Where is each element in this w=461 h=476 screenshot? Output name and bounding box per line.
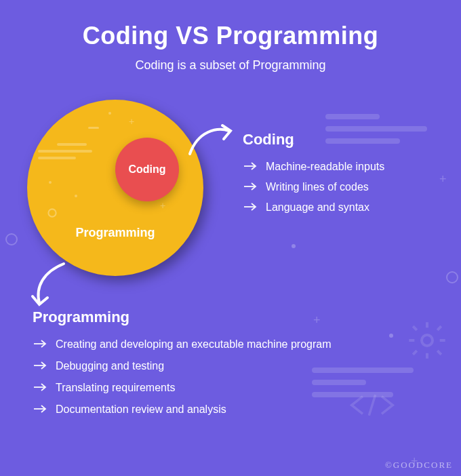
list-item-text: Debugging and testing — [56, 360, 164, 372]
arrow-bullet-icon — [33, 360, 47, 372]
arrow-bullet-icon — [243, 201, 258, 214]
arrow-down-icon — [26, 260, 75, 314]
coding-section: Coding Machine-readable inputs Writing l… — [243, 131, 384, 222]
list-item: Writing lines of codes — [243, 181, 384, 193]
list-item: Machine-readable inputs — [243, 161, 384, 173]
list-item-text: Translating requirements — [56, 382, 175, 394]
programming-list: Creating and developing an executable ma… — [33, 338, 461, 416]
inner-circle-coding: Coding — [115, 138, 179, 201]
watermark: ©GOODCORE — [385, 460, 453, 471]
arrow-bullet-icon — [243, 181, 258, 193]
outer-circle-label: Programming — [75, 226, 155, 240]
list-item: Translating requirements — [33, 382, 461, 394]
coding-list: Machine-readable inputs Writing lines of… — [243, 161, 384, 214]
list-item: Creating and developing an executable ma… — [33, 338, 461, 351]
list-item: Documentation review and analysis — [33, 403, 461, 416]
programming-heading: Programming — [33, 309, 461, 326]
programming-section: Programming Creating and developing an e… — [33, 309, 461, 416]
list-item-text: Writing lines of codes — [266, 181, 369, 193]
list-item-text: Language and syntax — [266, 201, 369, 214]
page-subtitle: Coding is a subset of Programming — [0, 58, 461, 73]
venn-diagram: + + Coding Programming — [27, 100, 203, 276]
page-title: Coding VS Programming — [0, 22, 461, 50]
list-item: Debugging and testing — [33, 360, 461, 372]
header: Coding VS Programming Coding is a subset… — [0, 0, 461, 73]
list-item: Language and syntax — [243, 201, 384, 214]
coding-heading: Coding — [243, 131, 384, 148]
outer-circle-programming: + + — [27, 100, 203, 276]
arrow-bullet-icon — [33, 403, 47, 416]
list-item-text: Creating and developing an executable ma… — [56, 338, 331, 351]
diagram-row: + + Coding Programming Coding — [0, 73, 461, 276]
arrow-bullet-icon — [243, 161, 258, 173]
svg-point-1 — [48, 209, 56, 216]
list-item-text: Machine-readable inputs — [266, 161, 384, 173]
arrow-bullet-icon — [33, 382, 47, 394]
arrow-bullet-icon — [33, 338, 47, 351]
list-item-text: Documentation review and analysis — [56, 403, 226, 416]
inner-circle-label: Coding — [128, 163, 165, 176]
